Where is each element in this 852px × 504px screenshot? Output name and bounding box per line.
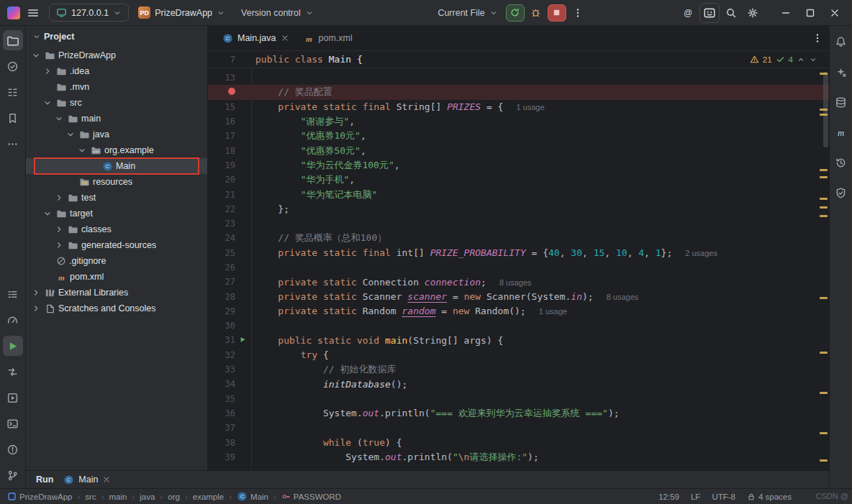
code-line-37[interactable]: 37 <box>208 421 829 435</box>
warning-stripe-mark[interactable] <box>820 459 828 462</box>
warning-stripe-mark[interactable] <box>820 109 828 111</box>
version-control-widget[interactable]: Version control <box>235 5 320 21</box>
warning-stripe-mark[interactable] <box>820 206 828 209</box>
tree-item--idea[interactable]: .idea <box>26 63 207 79</box>
chevron-down-icon[interactable] <box>30 50 42 60</box>
run-config-selector[interactable]: Current File <box>431 5 504 21</box>
code-line-39[interactable]: 39 System.out.println("\n请选择操作:"); <box>208 450 829 464</box>
line-number[interactable]: 20 <box>208 175 235 185</box>
code-line-25[interactable]: 25 private static final int[] PRIZE_PROB… <box>208 246 829 260</box>
code-line-18[interactable]: 18 "优惠券50元", <box>208 143 829 157</box>
minimize-button[interactable] <box>776 3 796 23</box>
warning-stripe-mark[interactable] <box>820 215 828 217</box>
version-control-tool-icon[interactable] <box>3 465 23 485</box>
chevron-right-icon[interactable] <box>42 66 53 76</box>
run-tool-icon[interactable] <box>3 336 23 356</box>
code-line-30[interactable]: 30 <box>208 319 829 333</box>
line-number[interactable]: 36 <box>208 408 235 418</box>
breadcrumb-org[interactable]: org <box>168 492 180 501</box>
breakpoint-dot[interactable] <box>208 87 235 97</box>
qodana-shield-icon[interactable] <box>831 183 851 203</box>
line-number[interactable]: 39 <box>208 452 235 462</box>
warning-stripe-mark[interactable] <box>820 297 828 299</box>
code-line-19[interactable]: 19 "华为云代金券100元", <box>208 158 829 173</box>
code-line-24[interactable]: 24 // 奖品概率（总和100） <box>208 231 829 245</box>
tree-item-main[interactable]: main <box>26 111 207 127</box>
breadcrumb-main[interactable]: main <box>109 492 127 501</box>
breadcrumb-src[interactable]: src <box>85 492 96 501</box>
warning-stripe-mark[interactable] <box>820 198 828 200</box>
warning-stripe-mark[interactable] <box>820 169 828 171</box>
tree-item-resources[interactable]: resources <box>26 174 207 190</box>
code-line-14[interactable]: // 奖品配置 <box>208 85 829 99</box>
chevron-right-icon[interactable] <box>30 303 42 313</box>
ai-assistant-icon[interactable] <box>831 62 851 82</box>
run-line-icon[interactable] <box>235 336 251 344</box>
tab-pom-xml[interactable]: mpom.xml <box>296 26 360 50</box>
tree-item--mvn[interactable]: .mvn <box>26 79 207 95</box>
line-number[interactable]: 30 <box>208 321 235 331</box>
line-number[interactable]: 32 <box>208 350 235 360</box>
todo-tool-icon[interactable] <box>3 284 23 304</box>
code-line-31[interactable]: 31 public static void main(String[] args… <box>208 333 829 347</box>
history-icon[interactable] <box>831 152 851 173</box>
more-tool-windows-icon[interactable] <box>3 134 23 154</box>
warning-stripe-mark[interactable] <box>820 392 828 394</box>
line-number[interactable]: 33 <box>208 365 235 375</box>
project-panel-header[interactable]: Project <box>26 26 207 47</box>
chevron-right-icon[interactable] <box>53 193 65 203</box>
line-number[interactable]: 28 <box>208 292 235 302</box>
tree-item-prizedrawapp[interactable]: PrizeDrawApp <box>26 47 207 63</box>
maven-icon[interactable]: m <box>831 122 851 142</box>
warning-stripe-mark[interactable] <box>820 352 828 354</box>
warning-stripe-mark[interactable] <box>820 73 828 75</box>
remote-host-widget[interactable]: 127.0.0.1 <box>49 4 129 22</box>
line-number[interactable]: 19 <box>208 160 235 170</box>
chevron-down-icon[interactable] <box>809 55 817 64</box>
warning-stripe-mark[interactable] <box>820 114 828 116</box>
code-line-28[interactable]: 28 private static Scanner scanner = new … <box>208 289 829 303</box>
code-line-17[interactable]: 17 "优惠券10元", <box>208 129 829 143</box>
line-number[interactable]: 23 <box>208 219 235 229</box>
close-button[interactable] <box>825 3 845 23</box>
line-number[interactable]: 35 <box>208 394 235 404</box>
services-tool-icon[interactable] <box>3 388 23 408</box>
line-number[interactable]: 29 <box>208 306 235 316</box>
tab-main-java[interactable]: CMain.java <box>215 26 296 50</box>
code-line-26[interactable]: 26 <box>208 260 829 275</box>
code-line-32[interactable]: 32 try { <box>208 348 829 362</box>
database-icon[interactable] <box>831 92 851 112</box>
tree-item-pom-xml[interactable]: mpom.xml <box>26 269 207 285</box>
code-line-13[interactable]: 13 <box>208 70 829 85</box>
tree-item--gitignore[interactable]: .gitignore <box>26 253 207 269</box>
project-tool-icon[interactable] <box>3 30 23 50</box>
chevron-right-icon[interactable] <box>53 240 65 250</box>
chevron-down-icon[interactable] <box>42 209 53 219</box>
breadcrumb-example[interactable]: example <box>193 492 224 501</box>
line-number[interactable]: 24 <box>208 233 235 243</box>
inspections-widget[interactable]: 21 4 <box>750 55 829 64</box>
stop-button[interactable] <box>548 4 566 22</box>
settings-button[interactable] <box>743 3 763 23</box>
chevron-down-icon[interactable] <box>42 98 53 108</box>
code-line-23[interactable]: 23 <box>208 216 829 231</box>
line-number[interactable]: 13 <box>208 73 235 83</box>
line-number[interactable]: 16 <box>208 116 235 127</box>
code-line-20[interactable]: 20 "华为手机", <box>208 173 829 187</box>
code-line-33[interactable]: 33 // 初始化数据库 <box>208 362 829 377</box>
line-number[interactable]: 15 <box>208 102 235 112</box>
main-menu-button[interactable] <box>23 3 43 23</box>
breadcrumb-java[interactable]: java <box>140 492 155 501</box>
tree-item-org-example[interactable]: org.example <box>26 142 207 158</box>
tree-item-external-libraries[interactable]: External Libraries <box>26 285 207 301</box>
close-tab-icon[interactable] <box>102 475 111 484</box>
chevron-down-icon[interactable] <box>76 145 88 155</box>
tree-item-classes[interactable]: classes <box>26 221 207 237</box>
terminal-tool-icon[interactable] <box>3 413 23 434</box>
tree-item-java[interactable]: java <box>26 127 207 142</box>
code-line-38[interactable]: 38 while (true) { <box>208 435 829 449</box>
project-widget[interactable]: PD PrizeDrawApp <box>132 4 232 22</box>
tree-item-scratches-and-consoles[interactable]: Scratches and Consoles <box>26 301 207 316</box>
close-tab-icon[interactable] <box>281 34 289 42</box>
rerun-button[interactable] <box>506 4 525 22</box>
